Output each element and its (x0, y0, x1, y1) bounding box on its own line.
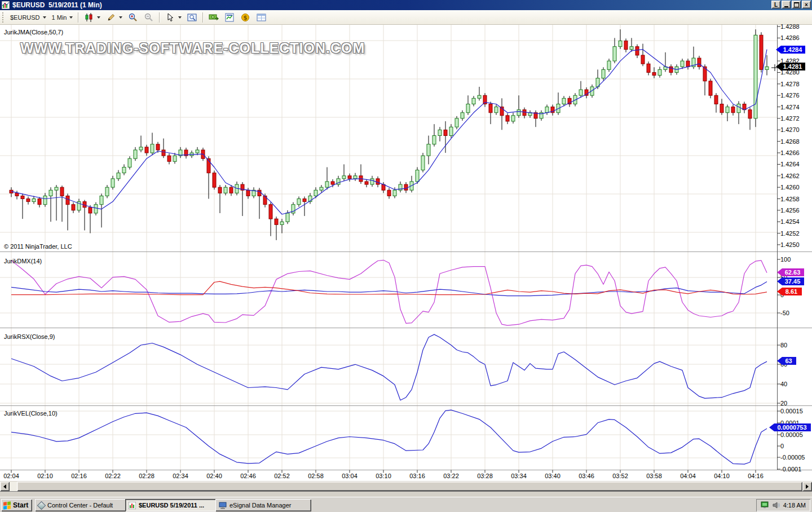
axis-tick-label: 1.4260 (780, 184, 800, 191)
time-tick-label: 02:22 (105, 473, 121, 479)
axis-tick-label: 20 (780, 400, 787, 407)
task-label: $EURUSD 5/19/2011 ... (139, 502, 204, 509)
axis-tick-label: 40 (780, 381, 787, 387)
esignal-monitor-icon (219, 502, 227, 509)
scrollbar-thumb[interactable] (17, 482, 802, 491)
volume-icon[interactable] (773, 501, 780, 509)
axis-tick-label: 0.00015 (780, 408, 803, 414)
axis-tick-label: 1.4272 (780, 115, 800, 122)
time-tick-label: 02:10 (37, 473, 53, 479)
start-button[interactable]: Start (1, 499, 32, 511)
time-tick-label: 02:34 (173, 473, 188, 479)
axis-tick-label: 1.4264 (780, 161, 800, 167)
axis-tick-label: 1.4274 (780, 104, 800, 111)
scroll-right-button[interactable] (802, 482, 812, 491)
axis-tick-label: 0.00005 (780, 431, 803, 438)
time-tick-label: 03:34 (511, 473, 527, 479)
value-badge: 0.0000753 (769, 423, 811, 431)
axis-tick-label: 1.4256 (780, 207, 800, 214)
clock: 4:18 AM (783, 502, 806, 509)
time-tick-label: 03:40 (545, 473, 561, 479)
axis-tick-label: 1.4278 (780, 81, 800, 87)
time-tick-label: 02:40 (206, 473, 222, 479)
time-tick-label: 03:10 (376, 473, 391, 479)
axis-tick-label: 0 (780, 443, 784, 449)
chart-canvas[interactable] (0, 0, 812, 481)
panel-label-jma: JurikJMA(Close,50,7) (4, 29, 63, 36)
axis-tick-label: -0.00005 (780, 454, 805, 461)
time-tick-label: 02:04 (3, 473, 19, 479)
ninjatrader-diamond-icon (37, 501, 46, 510)
axis-tick-label: 100 (780, 256, 791, 263)
axis-tick-label: 1.4286 (780, 34, 800, 41)
horizontal-scrollbar[interactable] (0, 482, 812, 491)
axis-tick-label: 1.4254 (780, 218, 800, 225)
taskbar-item-esignal[interactable]: eSignal Data Manager (215, 499, 311, 511)
time-tick-label: 04:10 (714, 473, 730, 479)
network-monitor-icon[interactable] (761, 501, 770, 509)
axis-tick-label: 1.4276 (780, 92, 800, 99)
value-badge: 1.4281 (776, 63, 805, 70)
axis-tick-label: 1.4270 (780, 126, 800, 133)
task-label: Control Center - Default (47, 502, 113, 509)
time-tick-label: 03:28 (477, 473, 493, 479)
axis-tick-label: -0.0001 (780, 466, 801, 473)
value-badge: 8.61 (777, 288, 802, 295)
time-tick-label: 02:58 (308, 473, 324, 479)
panel-label-rsx: JurikRSX(Close,9) (4, 333, 55, 340)
axis-tick-label: 1.4266 (780, 149, 800, 156)
axis-tick-label: 1.4258 (780, 196, 800, 202)
axis-tick-label: 1.4288 (780, 23, 800, 30)
system-tray: 4:18 AM (756, 499, 810, 511)
axis-tick-label: 1.4250 (780, 241, 800, 248)
axis-tick-label: 1.4262 (780, 173, 800, 179)
time-tick-label: 03:46 (579, 473, 594, 479)
value-badge: 37.45 (777, 277, 804, 285)
value-badge: 1.4284 (776, 46, 805, 54)
time-tick-label: 02:46 (240, 473, 256, 479)
axis-tick-label: 1.4252 (780, 230, 800, 237)
axis-tick-label: 80 (780, 342, 787, 348)
time-tick-label: 02:52 (274, 473, 290, 479)
task-label: eSignal Data Manager (230, 502, 291, 509)
time-tick-label: 04:16 (748, 473, 764, 479)
start-label: Start (13, 501, 28, 509)
time-tick-label: 02:28 (139, 473, 155, 479)
watermark: WWW.TRADING-SOFTWARE-COLLECTION.COM (20, 40, 365, 56)
time-tick-label: 03:22 (443, 473, 459, 479)
taskbar-item-control-center[interactable]: Control Center - Default (35, 499, 127, 511)
time-tick-label: 03:58 (646, 473, 662, 479)
time-tick-label: 03:16 (409, 473, 425, 479)
windows-logo-icon (3, 501, 11, 509)
taskbar: Start Control Center - Default $EURUSD 5… (0, 497, 812, 512)
ninjatrader-chart-window: $EURUSD 5/19/2011 (1 Min) L × $EURUSD 1 … (0, 0, 812, 512)
axis-tick-label: 1.4268 (780, 138, 800, 145)
scroll-left-button[interactable] (0, 482, 10, 491)
time-tick-label: 02:16 (71, 473, 87, 479)
panel-label-vel: JurikVEL(Close,10) (4, 410, 58, 417)
value-badge: 62.63 (777, 268, 804, 276)
panel-label-dmx: JurikDMX(14) (4, 258, 42, 264)
axis-tick-label: -50 (780, 310, 789, 316)
taskbar-item-eurusd-chart[interactable]: $EURUSD 5/19/2011 ... (125, 499, 218, 511)
copyright-notice: © 2011 NinjaTrader, LLC (4, 243, 72, 250)
time-tick-label: 04:04 (680, 473, 696, 479)
time-tick-label: 03:52 (612, 473, 628, 479)
time-tick-label: 03:04 (342, 473, 358, 479)
chart-icon (129, 502, 136, 509)
